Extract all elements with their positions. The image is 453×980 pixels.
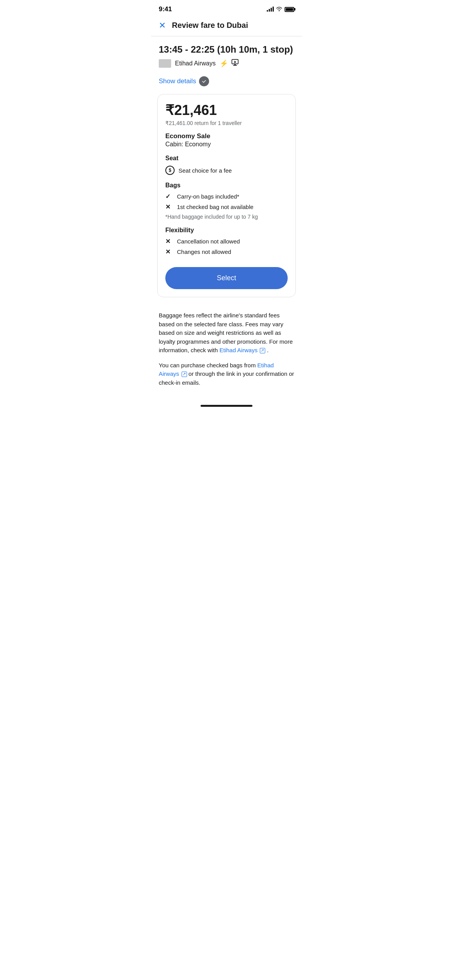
close-button[interactable]: ✕ [159, 21, 166, 30]
home-bar [201, 405, 252, 407]
airline-name: Etihad Airways [175, 60, 216, 67]
flex-item-0: ✕ Cancellation not allowed [165, 238, 288, 245]
seat-section: Seat $ Seat choice for a fee [165, 155, 288, 175]
flexibility-section: Flexibility ✕ Cancellation not allowed ✕… [165, 227, 288, 255]
bag-text-0: Carry-on bags included* [177, 193, 239, 200]
airline-amenities: ⚡ [220, 59, 239, 68]
flex-text-1: Changes not allowed [177, 248, 231, 255]
verified-badge [199, 76, 209, 86]
seat-feature-item: $ Seat choice for a fee [165, 166, 288, 175]
select-button[interactable]: Select [165, 267, 288, 289]
flex-item-1: ✕ Changes not allowed [165, 248, 288, 255]
baggage-note: *Hand baggage included for up to 7 kg [165, 214, 288, 220]
footer-info: Baggage fees reflect the airline's stand… [151, 305, 302, 401]
bag-item-1: ✕ 1st checked bag not available [165, 203, 288, 211]
home-indicator [151, 401, 302, 410]
cross-icon-0: ✕ [165, 203, 173, 211]
signal-icon [267, 7, 274, 12]
fare-card: ₹21,461 ₹21,461.00 return for 1 travelle… [157, 94, 296, 297]
status-bar: 9:41 [151, 0, 302, 16]
status-icons [267, 7, 294, 12]
seat-fee-icon: $ [165, 166, 175, 175]
power-icon: ⚡ [220, 59, 228, 68]
external-link-icon-1 [260, 348, 265, 353]
footer-para-1: Baggage fees reflect the airline's stand… [159, 311, 294, 355]
cabin-class: Cabin: Economy [165, 141, 288, 148]
wifi-icon [276, 7, 282, 12]
flex-text-0: Cancellation not allowed [177, 238, 240, 245]
footer-para-2: You can purchase checked bags from Etiha… [159, 361, 294, 387]
svg-marker-1 [234, 61, 236, 63]
price-main: ₹21,461 [165, 102, 288, 118]
seat-section-title: Seat [165, 155, 288, 162]
show-details-link[interactable]: Show details [159, 77, 196, 85]
seat-feature-text: Seat choice for a fee [178, 167, 232, 174]
airline-link-1[interactable]: Etihad Airways [220, 347, 257, 353]
fare-name: Economy Sale [165, 132, 288, 140]
bag-text-1: 1st checked bag not available [177, 204, 254, 210]
bags-section: Bags ✓ Carry-on bags included* ✕ 1st che… [165, 182, 288, 220]
bags-section-title: Bags [165, 182, 288, 189]
flight-time-range: 13:45 - 22:25 (10h 10m, 1 stop) [159, 44, 294, 55]
page-header: ✕ Review fare to Dubai [151, 16, 302, 36]
external-link-icon-2 [182, 372, 187, 377]
flexibility-section-title: Flexibility [165, 227, 288, 234]
airline-logo [159, 59, 171, 68]
show-details-row[interactable]: Show details [151, 76, 302, 86]
battery-icon [285, 7, 294, 12]
bag-item-0: ✓ Carry-on bags included* [165, 193, 288, 200]
check-icon-0: ✓ [165, 193, 173, 200]
screen-icon [231, 59, 239, 68]
flight-summary: 13:45 - 22:25 (10h 10m, 1 stop) Etihad A… [151, 36, 302, 76]
cross-icon-2: ✕ [165, 248, 173, 255]
status-time: 9:41 [159, 5, 172, 13]
cross-icon-1: ✕ [165, 238, 173, 245]
price-detail: ₹21,461.00 return for 1 traveller [165, 120, 288, 126]
airline-row: Etihad Airways ⚡ [159, 59, 294, 68]
page-title: Review fare to Dubai [172, 21, 248, 30]
